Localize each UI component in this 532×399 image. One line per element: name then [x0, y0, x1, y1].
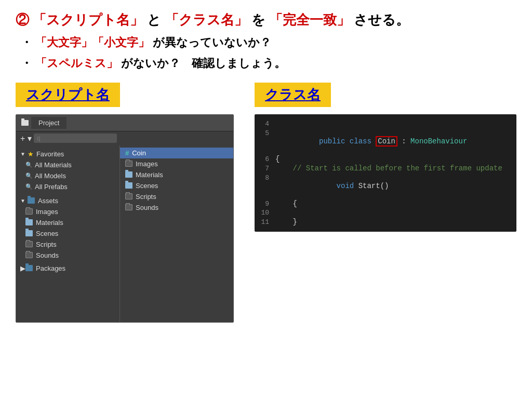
images-asset-folder-icon — [125, 161, 132, 167]
line-num-5: 5 — [255, 129, 275, 137]
materials-asset-label: Materials — [136, 171, 163, 179]
kw-colon: : — [397, 137, 410, 145]
script-name-label: スクリプト名 — [16, 83, 120, 107]
line-num-4: 4 — [255, 120, 275, 128]
packages-folder-icon — [25, 265, 33, 271]
kw-public: public — [319, 137, 350, 145]
images-tree-item[interactable]: Images — [21, 206, 119, 217]
images-label: Images — [36, 208, 58, 216]
bullet-list: 「大文字」「小文字」 が異なっていないか？ 「スペルミス」 がないか？ 確認しま… — [16, 33, 516, 72]
code-line-10: 10 — [255, 208, 516, 217]
scripts-asset-label: Scripts — [136, 193, 156, 201]
assets-folder-icon — [28, 197, 35, 204]
code-line-9: 9 { — [255, 199, 516, 208]
packages-arrow: ▶ — [20, 264, 25, 272]
title-line: ② 「スクリプト名」 と 「クラス名」 を 「完全一致」 させる。 — [16, 10, 516, 29]
all-prefabs-item[interactable]: 🔍 All Prefabs — [21, 181, 119, 192]
sounds-tree-item[interactable]: Sounds — [21, 250, 119, 261]
materials-folder-icon — [25, 219, 33, 225]
title-suffix: させる。 — [354, 12, 409, 28]
scenes-label: Scenes — [36, 230, 58, 237]
scripts-label: Scripts — [36, 241, 57, 248]
script-name-label-container: スクリプト名 — [16, 83, 234, 114]
assets-items: Images Materials Scenes Scripts — [21, 206, 119, 261]
class-name-label: クラス名 — [255, 83, 331, 107]
packages-section[interactable]: ▶ Packages — [16, 263, 119, 274]
title-wo: を — [251, 12, 265, 28]
project-tab[interactable]: Project — [31, 117, 66, 129]
all-models-label: All Models — [35, 172, 66, 180]
scripts-folder-icon — [25, 241, 33, 247]
code-content-8: void Start() — [275, 174, 389, 198]
bullet-item-1: 「大文字」「小文字」 が異なっていないか？ — [21, 33, 516, 51]
line-num-9: 9 — [255, 200, 275, 208]
line-num-11: 11 — [255, 218, 275, 226]
assets-arrow: ▼ — [20, 198, 25, 204]
left-tree: ▼ ★ Favorites 🔍 All Materials 🔍 All Mode… — [16, 145, 120, 322]
search-input[interactable] — [34, 134, 117, 143]
materials-asset-folder-icon — [125, 171, 132, 178]
script-name-quote: 「スクリプト名」 — [33, 12, 143, 28]
scripts-tree-item[interactable]: Scripts — [21, 239, 119, 250]
sounds-asset-label: Sounds — [136, 204, 158, 211]
panel-body: ▼ ★ Favorites 🔍 All Materials 🔍 All Mode… — [16, 145, 233, 322]
title-to: と — [147, 12, 161, 28]
code-panel: 4 5 public class Coin : MonoBehaviour 6 … — [255, 114, 516, 232]
scenes-folder-icon — [25, 230, 33, 236]
all-models-item[interactable]: 🔍 All Models — [21, 170, 119, 181]
scripts-asset-folder-icon — [125, 193, 132, 200]
add-button[interactable]: + ▾ — [20, 134, 32, 143]
left-side: スクリプト名 Project + ▾ ▼ ★ — [16, 83, 234, 323]
scenes-asset-folder-icon — [125, 182, 132, 189]
all-prefabs-label: All Prefabs — [35, 183, 68, 191]
star-icon: ★ — [28, 150, 34, 158]
search-icon-materials: 🔍 — [25, 162, 33, 168]
perfect-match-quote: 「完全一致」 — [269, 12, 350, 28]
materials-tree-item[interactable]: Materials — [21, 217, 119, 228]
coin-asset-item[interactable]: # Coin — [120, 148, 233, 158]
sounds-asset-folder-icon — [125, 204, 132, 210]
scripts-asset-item[interactable]: Scripts — [120, 191, 233, 202]
header-section: ② 「スクリプト名」 と 「クラス名」 を 「完全一致」 させる。 「大文字」「… — [16, 10, 516, 72]
bullet2-quote: 「スペルミス」 — [35, 57, 118, 70]
line-num-8: 8 — [255, 174, 275, 182]
sounds-asset-item[interactable]: Sounds — [120, 202, 233, 213]
assets-section[interactable]: ▼ Assets — [16, 195, 119, 206]
unity-project-panel: Project + ▾ ▼ ★ Favorites — [16, 114, 234, 323]
images-asset-item[interactable]: Images — [120, 158, 233, 169]
line-num-10: 10 — [255, 209, 275, 217]
code-content-9: { — [275, 200, 297, 208]
main-content: スクリプト名 Project + ▾ ▼ ★ — [16, 83, 516, 323]
kw-monobehaviour: MonoBehaviour — [410, 137, 467, 145]
packages-label: Packages — [36, 264, 65, 272]
code-line-4: 4 — [255, 119, 516, 128]
favorites-label: Favorites — [36, 150, 64, 158]
bullet1-suffix: が異なっていないか？ — [153, 36, 271, 49]
materials-asset-item[interactable]: Materials — [120, 169, 233, 180]
kw-void: void — [319, 182, 358, 190]
code-content-7: // Start is called before the first fram… — [275, 164, 502, 172]
all-materials-item[interactable]: 🔍 All Materials — [21, 159, 119, 170]
line-num-7: 7 — [255, 165, 275, 172]
class-name-quote: 「クラス名」 — [165, 12, 248, 28]
class-name-label-container: クラス名 — [255, 83, 516, 114]
right-assets-panel: # Coin Images Materials Scenes — [120, 145, 233, 322]
search-icon-prefabs: 🔍 — [25, 183, 33, 190]
search-icon-models: 🔍 — [25, 172, 33, 179]
code-line-5: 5 public class Coin : MonoBehaviour — [255, 128, 516, 154]
code-line-6: 6 { — [255, 154, 516, 164]
favorites-section[interactable]: ▼ ★ Favorites — [16, 149, 119, 159]
line-num-6: 6 — [255, 155, 275, 163]
favorites-arrow: ▼ — [20, 151, 25, 157]
bullet-item-2: 「スペルミス」 がないか？ 確認しましょう。 — [21, 54, 516, 72]
images-asset-label: Images — [136, 160, 158, 168]
scenes-tree-item[interactable]: Scenes — [21, 228, 119, 239]
scenes-asset-item[interactable]: Scenes — [120, 180, 233, 191]
coin-asset-label: Coin — [132, 149, 146, 157]
code-line-11: 11 } — [255, 217, 516, 227]
folder-icon — [21, 120, 29, 126]
code-line-8: 8 void Start() — [255, 173, 516, 199]
bullet1-quote: 「大文字」「小文字」 — [35, 36, 150, 49]
code-content-5: public class Coin : MonoBehaviour — [275, 129, 467, 154]
sounds-label: Sounds — [36, 251, 59, 259]
